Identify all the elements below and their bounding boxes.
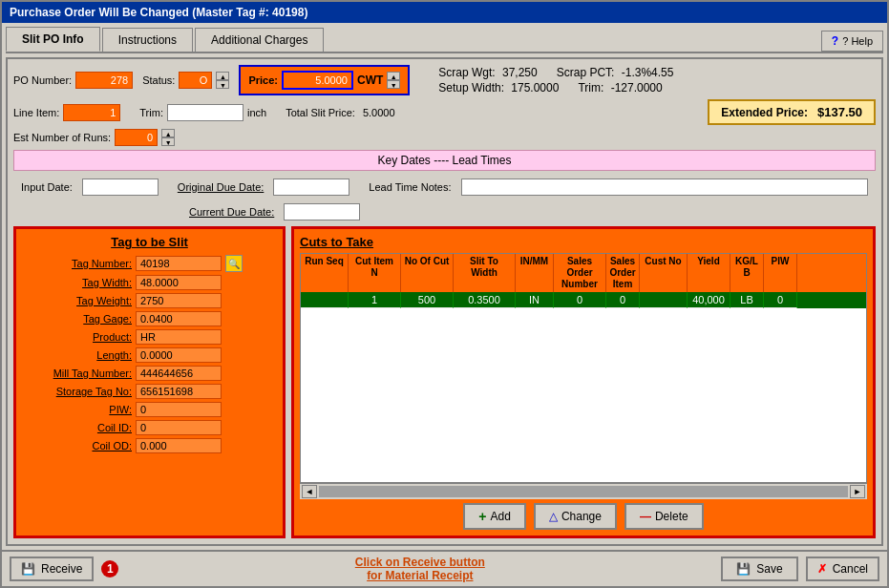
est-runs-spinner: ▲ ▼: [161, 129, 175, 146]
piw-label: PIW:: [22, 404, 132, 415]
top-form-row: PO Number: Status: ▲ ▼ Price: CWT: [13, 65, 876, 95]
header-cut-item: Cut Item N: [349, 254, 401, 292]
cell-cut-item: 1: [349, 292, 401, 308]
right-info-row2: Setup Width: 175.0000 Trim: -127.0000: [438, 81, 673, 94]
trim-input[interactable]: [167, 104, 243, 121]
tag-weight-row: Tag Weight:: [22, 293, 277, 308]
delete-button[interactable]: — Delete: [624, 503, 704, 530]
add-button[interactable]: + Add: [463, 503, 526, 530]
total-slit-label: Total Slit Price:: [286, 107, 355, 118]
right-info-section: Scrap Wgt: 37,250 Scrap PCT: -1.3%4.55 S…: [438, 66, 673, 94]
window-title: Purchase Order Will Be Changed (Master T…: [10, 6, 307, 19]
cancel-button[interactable]: ✗ Cancel: [806, 556, 879, 581]
right-info-row1: Scrap Wgt: 37,250 Scrap PCT: -1.3%4.55: [438, 66, 673, 79]
current-due-label: Current Due Date:: [189, 206, 274, 218]
price-section: Price: CWT ▲ ▼: [239, 65, 410, 95]
tag-gage-input[interactable]: [136, 311, 222, 326]
cuts-rows-area: 1 500 0.3500 IN 0 0 40,000 LB 0: [301, 292, 866, 482]
bottom-section: Tag to be Slit Tag Number: 🔍 Tag Width:: [13, 226, 876, 538]
tag-width-row: Tag Width:: [22, 275, 277, 290]
coil-od-input[interactable]: [136, 438, 222, 453]
tag-width-input[interactable]: [136, 275, 222, 290]
est-runs-down-arrow[interactable]: ▼: [161, 137, 175, 146]
main-panel: PO Number: Status: ▲ ▼ Price: CWT: [6, 57, 883, 546]
current-due-input[interactable]: [284, 203, 360, 220]
tag-number-input[interactable]: [136, 256, 222, 271]
scroll-right-arrow[interactable]: ►: [850, 485, 865, 498]
dates-row-2: Current Due Date:: [13, 203, 876, 226]
piw-input[interactable]: [136, 402, 222, 417]
tag-width-label: Tag Width:: [22, 277, 132, 288]
save-icon: 💾: [736, 562, 751, 576]
product-label: Product:: [22, 331, 132, 343]
key-dates-title: Key Dates ---- Lead Times: [377, 154, 511, 167]
input-date-label: Input Date:: [21, 181, 73, 193]
cuts-action-buttons: + Add △ Change — Delete: [300, 503, 867, 530]
price-down-arrow[interactable]: ▼: [387, 80, 400, 89]
tag-number-row: Tag Number: 🔍: [22, 255, 277, 272]
inch-label: inch: [247, 107, 266, 118]
est-runs-label: Est Number of Runs:: [13, 132, 111, 143]
original-due-input[interactable]: [273, 178, 349, 196]
header-run-seq: Run Seq: [301, 254, 349, 292]
scrap-pct-label: Scrap PCT:: [557, 66, 615, 79]
cell-inmm: IN: [516, 292, 554, 308]
price-input[interactable]: [282, 71, 353, 90]
header-kglb: KG/LB: [730, 254, 764, 292]
table-row-empty-1: [301, 308, 866, 329]
change-button[interactable]: △ Change: [534, 503, 617, 530]
mill-tag-label: Mill Tag Number:: [22, 368, 132, 379]
cuts-panel-title: Cuts to Take: [300, 235, 867, 249]
scroll-left-arrow[interactable]: ◄: [302, 485, 317, 498]
coil-id-label: Coil ID:: [22, 422, 132, 433]
mill-tag-input[interactable]: [136, 366, 222, 381]
est-runs-up-arrow[interactable]: ▲: [161, 129, 175, 137]
tag-gage-label: Tag Gage:: [22, 313, 132, 325]
status-spinner: ▲ ▼: [216, 72, 229, 89]
bottom-bar: 💾 Receive 1 Click on Receive button for …: [2, 550, 887, 586]
scrap-pct-group: Scrap PCT: -1.3%4.55: [557, 66, 674, 79]
tag-weight-label: Tag Weight:: [22, 295, 132, 306]
line-item-input[interactable]: [63, 104, 120, 121]
receive-button[interactable]: 💾 Receive: [10, 556, 94, 581]
tab-slit-po-info[interactable]: Slit PO Info: [6, 27, 100, 52]
tag-gage-row: Tag Gage:: [22, 311, 277, 326]
est-runs-group: Est Number of Runs: ▲ ▼: [13, 129, 175, 146]
length-input[interactable]: [136, 347, 222, 363]
po-number-input[interactable]: [75, 72, 133, 89]
tab-additional-charges[interactable]: Additional Charges: [195, 28, 324, 52]
save-button[interactable]: 💾 Save: [721, 556, 797, 581]
storage-tag-input[interactable]: [136, 384, 222, 399]
price-spinner: ▲ ▼: [387, 72, 400, 89]
coil-id-input[interactable]: [136, 420, 222, 435]
tag-number-label: Tag Number:: [22, 258, 132, 269]
tab-instructions[interactable]: Instructions: [102, 28, 193, 52]
tag-weight-input[interactable]: [136, 293, 222, 308]
cwt-label: CWT: [357, 74, 383, 87]
input-date-input[interactable]: [82, 178, 159, 196]
mill-tag-row: Mill Tag Number:: [22, 366, 277, 381]
cell-run-seq: [301, 292, 349, 308]
po-number-group: PO Number:: [13, 72, 133, 89]
coil-od-row: Coil OD:: [22, 438, 277, 453]
storage-tag-row: Storage Tag No:: [22, 384, 277, 399]
instruction-text: Click on Receive button for Material Rec…: [126, 556, 713, 582]
help-button[interactable]: ? ? Help: [821, 31, 883, 52]
product-input[interactable]: [136, 329, 222, 345]
table-row[interactable]: 1 500 0.3500 IN 0 0 40,000 LB 0: [301, 292, 866, 308]
status-input[interactable]: [179, 72, 212, 89]
tag-search-icon[interactable]: 🔍: [225, 255, 243, 272]
status-down-arrow[interactable]: ▼: [216, 80, 229, 89]
product-row: Product:: [22, 329, 277, 345]
extended-price-box: Extended Price: $137.50: [708, 99, 876, 125]
dates-row-1: Input Date: Original Due Date: Lead Time…: [13, 175, 876, 200]
setup-width-group: Setup Width: 175.0000: [438, 81, 559, 94]
status-up-arrow[interactable]: ▲: [216, 72, 229, 80]
lead-time-input[interactable]: [461, 178, 868, 196]
price-up-arrow[interactable]: ▲: [387, 72, 400, 80]
content-area: Slit PO Info Instructions Additional Cha…: [2, 23, 887, 550]
extended-label: Extended Price:: [721, 106, 808, 119]
length-row: Length:: [22, 347, 277, 363]
key-dates-header: Key Dates ---- Lead Times: [13, 150, 876, 171]
est-runs-input[interactable]: [115, 129, 158, 146]
